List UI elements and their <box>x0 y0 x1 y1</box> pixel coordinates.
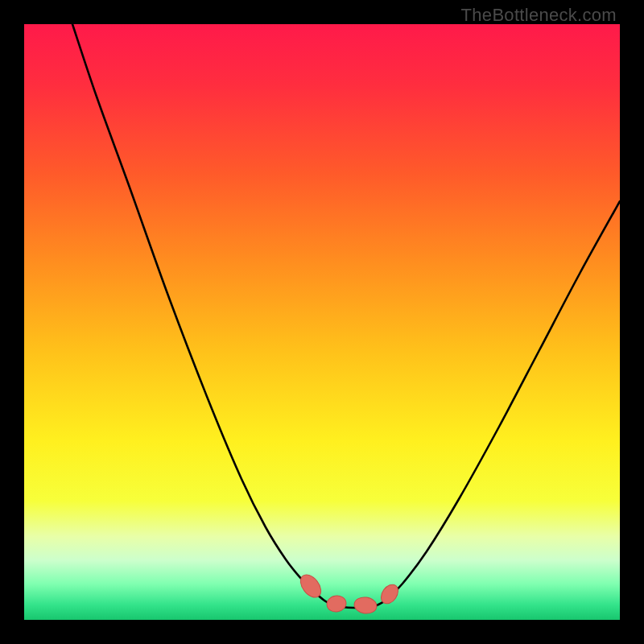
curve-left-branch <box>72 24 332 605</box>
marker-valley-left <box>325 594 347 613</box>
plot-area <box>24 24 620 620</box>
chart-frame: TheBottleneck.com <box>0 0 644 644</box>
marker-valley-right <box>353 596 378 615</box>
watermark-text: TheBottleneck.com <box>461 5 617 26</box>
bottleneck-curve <box>24 24 620 620</box>
curve-right-branch <box>377 201 620 605</box>
